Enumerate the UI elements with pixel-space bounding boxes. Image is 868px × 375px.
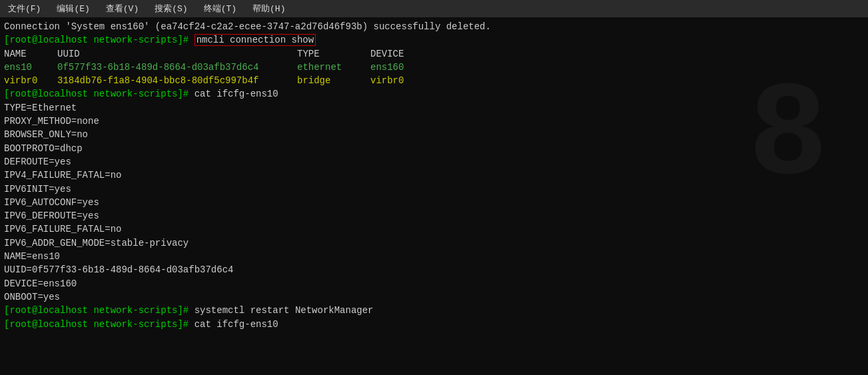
output-line-systemctl: [root@localhost network-scripts]# system… [4, 304, 864, 317]
menu-view[interactable]: 查看(V) [101, 1, 144, 16]
table-header: NAMEUUIDTYPEDEVICE [4, 47, 864, 61]
config-defroute: DEFROUTE=yes [4, 155, 864, 169]
config-ipv6-fatal: IPV6_FAILURE_FATAL=no [4, 222, 864, 236]
output-line-6: [root@localhost network-scripts]# cat if… [4, 87, 864, 101]
config-ipv6-genmode: IPV6_ADDR_GEN_MODE=stable-privacy [4, 236, 864, 250]
prompt-4: [root@localhost network-scripts]# [4, 319, 195, 330]
menu-help[interactable]: 帮助(H) [247, 1, 290, 16]
highlighted-command: nmcli connection show [195, 34, 316, 46]
prompt: [root@localhost network-scripts]# [4, 35, 195, 45]
menu-terminal[interactable]: 终端(T) [199, 1, 242, 16]
config-ipv6-defroute: IPV6_DEFROUTE=yes [4, 209, 864, 222]
config-onboot: ONBOOT=yes [4, 290, 864, 304]
terminal-area[interactable]: 8 Connection 'System ens160' (ea74cf24-c… [0, 17, 868, 375]
config-bootproto: BOOTPROTO=dhcp [4, 142, 864, 155]
config-device: DEVICE=ens160 [4, 277, 864, 290]
last-command: cat ifcfg-ens10 [195, 319, 278, 330]
output-line-1: Connection 'System ens160' (ea74cf24-c2a… [4, 20, 864, 33]
config-proxy: PROXY_METHOD=none [4, 115, 864, 128]
config-type: TYPE=Ethernet [4, 101, 864, 115]
config-uuid: UUID=0f577f33-6b18-489d-8664-d03afb37d6c… [4, 263, 864, 276]
output-line-2: [root@localhost network-scripts]# nmcli … [4, 33, 864, 47]
menu-search[interactable]: 搜索(S) [149, 1, 193, 16]
table-row-ens10: ens100f577f33-6b18-489d-8664-d03afb37d6c… [4, 61, 864, 74]
cat-command: cat ifcfg-ens10 [195, 89, 278, 99]
config-browser: BROWSER_ONLY=no [4, 128, 864, 141]
systemctl-command: systemctl restart NetworkManager [195, 305, 374, 316]
menubar: 文件(F) 编辑(E) 查看(V) 搜索(S) 终端(T) 帮助(H) [0, 0, 868, 17]
config-ipv6init: IPV6INIT=yes [4, 183, 864, 196]
config-name: NAME=ens10 [4, 250, 864, 263]
menu-edit[interactable]: 编辑(E) [51, 1, 95, 16]
prompt-2: [root@localhost network-scripts]# [4, 89, 195, 99]
config-ipv4-fatal: IPV4_FAILURE_FATAL=no [4, 169, 864, 182]
config-ipv6-autoconf: IPV6_AUTOCONF=yes [4, 196, 864, 209]
table-row-virbr0: virbr03184db76-f1a8-4904-bbc8-80df5c997b… [4, 74, 864, 87]
menu-file[interactable]: 文件(F) [3, 1, 46, 16]
output-line-last: [root@localhost network-scripts]# cat if… [4, 318, 864, 331]
prompt-3: [root@localhost network-scripts]# [4, 305, 195, 316]
